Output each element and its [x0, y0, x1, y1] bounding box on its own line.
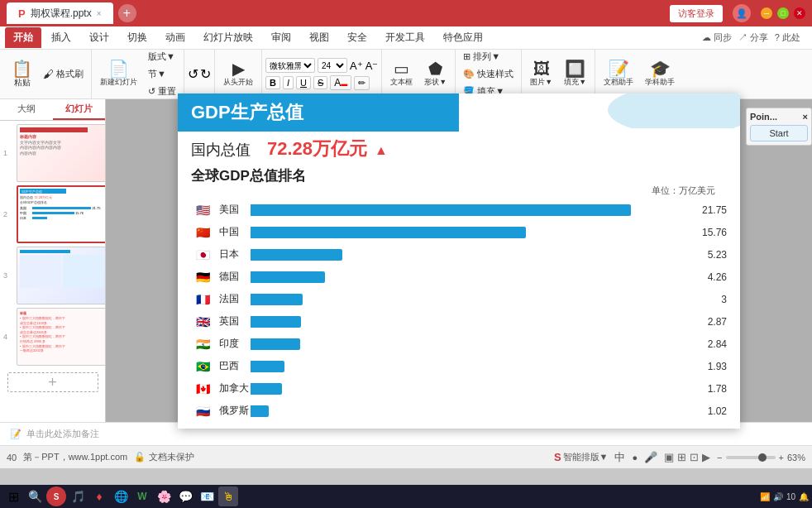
- smart-label: 智能排版▼: [563, 451, 609, 463]
- share-btn[interactable]: ↗ 分享: [738, 31, 768, 44]
- status-bar: 40 第－PPT，www.1ppt.com 🔓 文档未保护 S 智能排版▼ 中 …: [0, 445, 812, 468]
- undo-button[interactable]: ↺: [188, 66, 198, 82]
- taskbar-windows-btn[interactable]: ⊞: [3, 486, 23, 506]
- slide-item-4[interactable]: 4 标题 • 股市三大指数数据红，两市下 成交总量达1100多 • 股市三大指数…: [17, 308, 102, 366]
- title-bar: P 期权课程.pptx × + 访客登录 👤 ─ □ ✕: [0, 0, 812, 26]
- add-slide-btn[interactable]: +: [7, 372, 98, 392]
- taskbar-icon-8[interactable]: 📧: [197, 486, 217, 506]
- textbox-button[interactable]: ▭ 文本框: [385, 59, 418, 89]
- taskbar: ⊞ 🔍 S 🎵 ♦ 🌐 W 🌸 💬 📧 🖱 📶 🔊 10 🔔: [0, 485, 812, 508]
- slide-header: GDP生产总值: [178, 93, 459, 132]
- smart-edit-btn[interactable]: S 智能排版▼: [554, 451, 609, 463]
- underline-button[interactable]: U: [296, 76, 311, 89]
- reading-view-icon[interactable]: ⊡: [690, 451, 699, 463]
- tab-transitions[interactable]: 切换: [119, 27, 155, 48]
- slides-tab[interactable]: 幻灯片: [53, 99, 106, 120]
- chart-row-3: 🇩🇪德国4.26: [191, 266, 727, 288]
- slide-item-2[interactable]: 2 GDP生产总值 国内总值 72.28万亿元 全球GDP总值排名 美国 21.…: [17, 185, 102, 243]
- section-btn[interactable]: 节▼: [144, 66, 180, 83]
- font-family-select[interactable]: 微软雅黑: [265, 58, 315, 73]
- document-tab[interactable]: P 期权课程.pptx ×: [7, 2, 113, 24]
- sync-btn[interactable]: ☁ 同步: [702, 31, 732, 44]
- format-brush-btn[interactable]: 🖌 格式刷: [39, 66, 88, 83]
- grid-view-icon[interactable]: ⊞: [677, 451, 686, 463]
- outline-tab[interactable]: 大纲: [0, 99, 53, 120]
- maximize-button[interactable]: □: [777, 7, 789, 19]
- arrange-btn[interactable]: ⊞ 排列▼: [459, 49, 518, 65]
- ai-doc-button[interactable]: 📝 文档助手: [599, 59, 638, 89]
- taskbar-icon-2[interactable]: 🎵: [68, 486, 88, 506]
- chart-row-9: 🇷🇺俄罗斯1.02: [191, 400, 727, 422]
- new-slide-button[interactable]: 📄 新建幻灯片: [95, 59, 142, 89]
- italic-button[interactable]: I: [283, 76, 294, 89]
- ai-study-button[interactable]: 🎓 学科助手: [640, 59, 680, 89]
- zoom-out-btn[interactable]: −: [717, 453, 722, 462]
- taskbar-icon-6[interactable]: 🌸: [154, 486, 174, 506]
- strike-button[interactable]: S: [313, 76, 327, 89]
- reset-btn[interactable]: ↺ 重置: [144, 84, 180, 100]
- tab-view[interactable]: 视图: [301, 27, 337, 48]
- slide-item-1[interactable]: 1 标题内容 文字内容文字内容文字 内容内容内容内容内容 内容内容: [17, 124, 102, 182]
- image-group: 🖼 图片▼ 🔲 填充▼: [522, 50, 595, 98]
- tab-special[interactable]: 特色应用: [435, 27, 491, 48]
- bar-container-9: [251, 405, 690, 417]
- slide-thumb-1[interactable]: 标题内容 文字内容文字内容文字 内容内容内容内容内容 内容内容: [17, 124, 105, 182]
- taskbar-active-app[interactable]: 🖱: [218, 486, 238, 506]
- floating-panel-close[interactable]: ×: [803, 112, 808, 122]
- tab-animation[interactable]: 动画: [157, 27, 193, 48]
- minimize-button[interactable]: ─: [761, 7, 772, 19]
- panel-tabs: 大纲 幻灯片: [0, 99, 105, 121]
- protect-status[interactable]: 🔓 文档未保护: [134, 451, 194, 463]
- country-name-1: 中国: [219, 225, 251, 239]
- taskbar-icon-4[interactable]: 🌐: [111, 486, 131, 506]
- redo-button[interactable]: ↻: [200, 66, 211, 82]
- normal-view-icon[interactable]: ▣: [664, 451, 674, 463]
- from-start-button[interactable]: ▶ 从头开始: [218, 59, 258, 89]
- tab-security[interactable]: 安全: [339, 27, 375, 48]
- slide-item-3[interactable]: 3: [17, 247, 102, 304]
- font-color-btn[interactable]: A▬: [330, 75, 351, 90]
- tab-devtools[interactable]: 开发工具: [377, 27, 433, 48]
- bold-button[interactable]: B: [265, 76, 280, 89]
- bar-value-8: 1.78: [694, 383, 727, 395]
- style-icon: 🎨: [463, 69, 475, 79]
- font-increase-btn[interactable]: A⁺: [350, 60, 363, 72]
- taskbar-icon-1[interactable]: S: [46, 486, 66, 506]
- chart-row-2: 🇯🇵日本5.23: [191, 244, 727, 266]
- tab-start[interactable]: 开始: [5, 27, 41, 48]
- help-btn[interactable]: ? 此处: [775, 31, 800, 44]
- zoom-in-btn[interactable]: +: [779, 453, 784, 462]
- shape-button[interactable]: ⬟ 形状▼: [419, 59, 451, 89]
- slide-thumb-4[interactable]: 标题 • 股市三大指数数据红，两市下 成交总量达1100多 • 股市三大指数数据…: [17, 308, 105, 366]
- quick-style-btn[interactable]: 🎨 快速样式: [459, 66, 518, 83]
- tab-slideshow[interactable]: 幻灯片放映: [195, 27, 261, 48]
- zoom-slider[interactable]: [726, 456, 776, 459]
- slide-canvas[interactable]: GDP生产总值 国内总值 72.28万亿元 ▲ 全球GDP总值排名: [178, 93, 740, 429]
- login-button[interactable]: 访客登录: [670, 5, 723, 22]
- image-button[interactable]: 🖼 图片▼: [525, 59, 557, 89]
- taskbar-icon-3[interactable]: ♦: [89, 486, 109, 506]
- font-size-select[interactable]: 24: [318, 58, 347, 73]
- paste-button[interactable]: 📋 粘贴: [7, 59, 37, 90]
- play-view-icon[interactable]: ▶: [702, 451, 710, 463]
- slide-thumb-3[interactable]: [17, 247, 105, 304]
- taskbar-icon-7[interactable]: 💬: [175, 486, 195, 506]
- new-tab-btn[interactable]: +: [118, 4, 136, 22]
- tab-close-btn[interactable]: ×: [97, 9, 102, 18]
- fill2-button[interactable]: 🔲 填充▼: [559, 59, 591, 89]
- taskbar-icon-5[interactable]: W: [132, 486, 152, 506]
- font-decrease-btn[interactable]: A⁻: [365, 60, 379, 72]
- flag-巴西: 🇧🇷: [191, 359, 214, 374]
- highlight-btn[interactable]: ✏: [354, 76, 370, 90]
- taskbar-search-btn[interactable]: 🔍: [25, 486, 45, 506]
- country-name-5: 英国: [219, 314, 251, 328]
- bar-container-0: [251, 204, 690, 216]
- layout-btn[interactable]: 版式▼: [144, 49, 180, 65]
- slide-thumb-2[interactable]: GDP生产总值 国内总值 72.28万亿元 全球GDP总值排名 美国 21.75…: [17, 185, 105, 243]
- close-button[interactable]: ✕: [794, 7, 805, 19]
- tab-insert[interactable]: 插入: [43, 27, 79, 48]
- chart-row-7: 🇧🇷巴西1.93: [191, 356, 727, 377]
- tab-design[interactable]: 设计: [81, 27, 117, 48]
- tab-review[interactable]: 审阅: [263, 27, 299, 48]
- floating-start-button[interactable]: Start: [750, 125, 808, 141]
